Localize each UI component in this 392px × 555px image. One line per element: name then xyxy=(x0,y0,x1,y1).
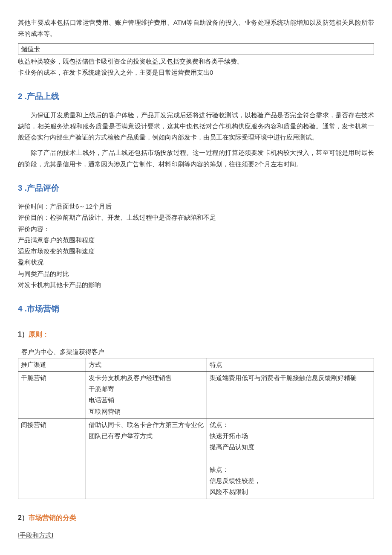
sub-1-principle: 1）原则： xyxy=(18,328,374,340)
sub2-num: 2） xyxy=(18,514,29,521)
eval-item-4: 与同类产品的对比 xyxy=(18,268,374,279)
intro-p3: 卡业务的成本，在发卡系统建设投入之外，主要是日常运营费用支出0 xyxy=(18,67,374,78)
means-methods-link: I手段和方式I xyxy=(18,530,374,541)
stored-value-card-box: 储值卡 xyxy=(18,43,374,55)
sub2-text: 市场营销的分类 xyxy=(29,514,76,521)
th-method: 方式 xyxy=(86,358,207,371)
table-row: 干脆营销 发卡分支机构及客户经理销售 干脆邮寄 电话营销 互联网营销 渠道端费用… xyxy=(18,371,374,418)
sec2-p1: 为保证开发质量和上线后的客户体验，产品开发完成后还将进行验收测试，以检验产品是否… xyxy=(18,110,374,143)
marketing-table: 推广渠道 方式 特点 干脆营销 发卡分支机构及客户经理销售 干脆邮寄 电话营销 … xyxy=(18,358,374,499)
eval-purpose: 评价目的：检验前期产品设计、开发、上线过程中是否存在缺陷和不足 xyxy=(18,212,374,223)
intro-p2: 收益种类较多，既包括储值卡吸引资金的投资收益,又包括交换费和各类手续费。 xyxy=(18,55,374,67)
eval-content-label: 评价内容： xyxy=(18,224,374,235)
cell-indirect-feature: 优点： 快速开拓市场 提高产品认知度 缺点： 信息反馈性较差， 风险不易限制 xyxy=(207,418,374,499)
sub-2-classification: 2）市场营销的分类 xyxy=(18,512,374,524)
sub1-text: 原则： xyxy=(29,331,49,338)
sec2-p2: 除了产品的技术上线外，产品上线还包括市场投放过程。这一过程的打算还须要发卡机构较… xyxy=(18,147,374,170)
cell-direct-feature: 渠道端费用低可与消费者干脆接触信息反馈刚好精确 xyxy=(207,371,374,418)
sub1-num: 1） xyxy=(18,331,29,338)
intro-p1: 其他主要成本包括口常运营费用、账户管理维护费用、ATM等自助设备的投入、业务处理… xyxy=(18,17,374,40)
table-caption: 客户为中心、多渠道获得客户 xyxy=(18,346,374,357)
eval-item-5: 对发卡机构其他卡产品的影响 xyxy=(18,279,374,291)
section-4-heading: 4 .市场营销 xyxy=(18,302,374,316)
eval-item-1: 产品满意客户的范围和程度 xyxy=(18,235,374,246)
cell-direct-channel: 干脆营销 xyxy=(18,371,86,418)
section-3-heading: 3 .产品评价 xyxy=(18,181,374,195)
th-channel: 推广渠道 xyxy=(18,358,86,371)
cell-indirect-channel: 间接营销 xyxy=(18,418,86,499)
th-feature: 特点 xyxy=(207,358,374,371)
eval-item-2: 适应市场改变的范围和速度 xyxy=(18,246,374,257)
eval-item-3: 盈利状况 xyxy=(18,257,374,268)
table-row: 间接营销 借助认同卡、联名卡合作方第三方专业化团队已有客户举荐方式 优点： 快速… xyxy=(18,418,374,499)
section-2-heading: 2 .产品上线 xyxy=(18,89,374,103)
cell-indirect-method: 借助认同卡、联名卡合作方第三方专业化团队已有客户举荐方式 xyxy=(86,418,207,499)
cell-direct-method: 发卡分支机构及客户经理销售 干脆邮寄 电话营销 互联网营销 xyxy=(86,371,207,418)
table-header-row: 推广渠道 方式 特点 xyxy=(18,358,374,371)
eval-time: 评价时间：产品面世6～12个月后 xyxy=(18,201,374,212)
